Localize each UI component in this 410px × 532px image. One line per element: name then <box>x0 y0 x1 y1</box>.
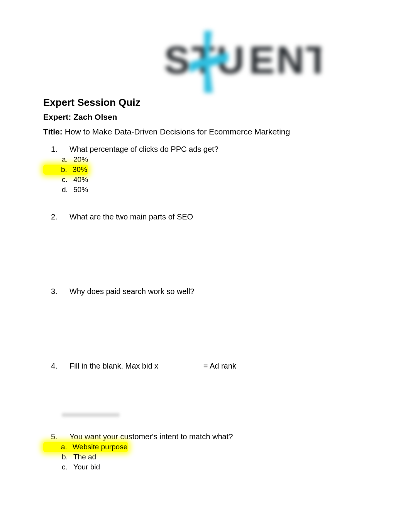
option-text: 50% <box>73 185 88 195</box>
expert-name: Zach Olsen <box>73 112 117 121</box>
option-marker: c. <box>43 175 73 185</box>
option-text: 40% <box>73 175 88 185</box>
option-marker: a. <box>43 155 73 165</box>
option-marker: b. <box>44 165 73 175</box>
question-text: Why does paid search work so well? <box>69 287 194 296</box>
option-marker: d. <box>43 185 73 195</box>
blurred-region <box>62 413 120 417</box>
option-marker: b. <box>43 452 73 462</box>
question-text: You want your customer's intent to match… <box>69 432 233 441</box>
question-item: 1. What percentage of clicks do PPC ads … <box>43 145 367 195</box>
option-list: a. Website purpose b. The ad c. Your bid <box>43 442 367 472</box>
question-list: 1. What percentage of clicks do PPC ads … <box>43 145 367 472</box>
option-item: c. Your bid <box>43 462 367 472</box>
question-item: 2. What are the two main parts of SEO <box>43 212 367 221</box>
question-number: 2. <box>43 212 69 221</box>
option-text: Website purpose <box>73 442 127 452</box>
question-number: 1. <box>43 145 69 154</box>
option-list: a. 20% b. 30% c. 40% d. 50% <box>43 155 367 195</box>
question-item: 5. You want your customer's intent to ma… <box>43 432 367 472</box>
option-marker: a. <box>44 442 73 452</box>
question-number: 3. <box>43 287 69 296</box>
option-text: 30% <box>73 165 87 175</box>
document-page: STU ENT Expert Session Quiz Expert: Zach… <box>0 0 410 532</box>
option-item: a. Website purpose <box>43 442 367 452</box>
question-text: What are the two main parts of SEO <box>69 212 193 221</box>
logo-container: STU ENT <box>43 31 367 93</box>
option-text: The ad <box>73 452 96 462</box>
title-label: Title: <box>43 127 63 136</box>
highlight: b. 30% <box>43 165 88 175</box>
highlight: a. Website purpose <box>43 442 128 452</box>
title-line: Title: How to Make Data-Driven Decisions… <box>43 127 367 136</box>
title-text: How to Make Data-Driven Decisions for Ec… <box>65 127 290 136</box>
option-item: b. The ad <box>43 452 367 462</box>
question-number: 4. <box>43 362 69 371</box>
question-text: Fill in the blank. Max bid x = Ad rank <box>69 362 236 371</box>
option-item: a. 20% <box>43 155 367 165</box>
option-text: Your bid <box>73 462 100 472</box>
option-item: d. 50% <box>43 185 367 195</box>
expert-line: Expert: Zach Olsen <box>43 112 367 122</box>
svg-text:ENT: ENT <box>249 38 321 82</box>
option-item: c. 40% <box>43 175 367 185</box>
page-title: Expert Session Quiz <box>43 97 367 109</box>
stukent-logo: STU ENT <box>89 31 321 93</box>
option-item: b. 30% <box>43 165 367 175</box>
question-number: 5. <box>43 432 69 441</box>
expert-label: Expert: <box>43 112 71 121</box>
option-marker: c. <box>43 462 73 472</box>
question-item: 3. Why does paid search work so well? <box>43 287 367 296</box>
question-item: 4. Fill in the blank. Max bid x = Ad ran… <box>43 362 367 371</box>
option-text: 20% <box>73 155 88 165</box>
question-text: What percentage of clicks do PPC ads get… <box>69 145 219 154</box>
